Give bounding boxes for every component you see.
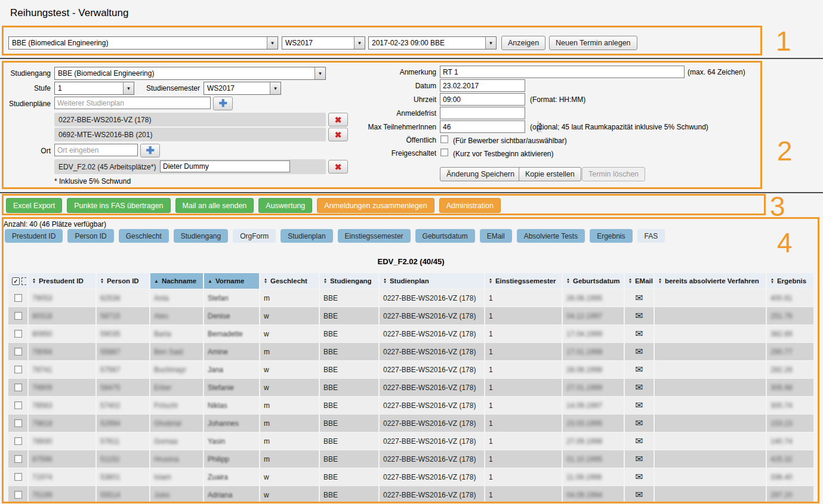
column-chip-geburtsdatum[interactable]: Geburtsdatum: [415, 229, 475, 243]
column-header-email[interactable]: ▲▼EMail: [625, 273, 654, 289]
select-all-icon[interactable]: ✓: [12, 277, 20, 285]
action-button-auswertung[interactable]: Auswertung: [258, 198, 312, 213]
ort-supervisor-input[interactable]: [160, 160, 290, 172]
email-icon[interactable]: ✉: [635, 347, 643, 357]
column-chip-fas[interactable]: FAS: [637, 229, 665, 243]
row-checkbox[interactable]: [14, 419, 22, 427]
add-studienplan-button[interactable]: ✚: [213, 97, 233, 110]
action-button-punkte-ins-fas-bertragen[interactable]: Punkte ins FAS übertragen: [67, 198, 170, 213]
chevron-down-icon[interactable]: ▼: [485, 37, 496, 49]
semester-filter-select[interactable]: WS2017 ▼: [282, 36, 365, 50]
anzeigen-button[interactable]: Anzeigen: [501, 36, 545, 50]
anmerkung-input[interactable]: [440, 66, 685, 78]
row-checkbox[interactable]: [14, 294, 22, 302]
column-chip-person-id[interactable]: Person ID: [67, 229, 113, 243]
action-button-excel-export[interactable]: Excel Export: [6, 198, 62, 213]
row-checkbox[interactable]: [14, 473, 22, 481]
studiengang-select[interactable]: BBE (Biomedical Engineering) ▼: [54, 67, 326, 80]
email-icon[interactable]: ✉: [635, 293, 643, 303]
email-icon[interactable]: ✉: [635, 454, 643, 464]
column-chip-email[interactable]: EMail: [480, 229, 512, 243]
email-icon[interactable]: ✉: [635, 472, 643, 482]
email-icon[interactable]: ✉: [635, 419, 643, 428]
row-checkbox[interactable]: [14, 437, 22, 445]
max-teilnehmer-input[interactable]: [440, 121, 538, 132]
action-button-mail-an-alle-senden[interactable]: Mail an alle senden: [175, 198, 254, 213]
studienplan-add-input[interactable]: [54, 97, 211, 109]
stufe-select[interactable]: 1 ▼: [54, 82, 134, 95]
column-chip-orgform[interactable]: OrgForm: [233, 229, 276, 243]
chevron-down-icon[interactable]: ▼: [123, 82, 134, 94]
chevron-down-icon[interactable]: ▼: [267, 37, 278, 49]
row-checkbox[interactable]: [14, 384, 22, 391]
termin-loeschen-button[interactable]: Termin löschen: [582, 167, 645, 181]
row-checkbox[interactable]: [14, 348, 22, 355]
ort-add-input[interactable]: [54, 144, 138, 156]
row-checkbox[interactable]: [14, 312, 22, 320]
email-icon[interactable]: ✉: [635, 401, 643, 410]
column-header-studienplan[interactable]: ▲▼Studienplan: [380, 273, 484, 289]
column-header-prestudent_id[interactable]: ▲▼Prestudent ID: [29, 273, 95, 289]
kopie-erstellen-button[interactable]: Kopie erstellen: [519, 167, 581, 181]
anmeldefrist-input[interactable]: [440, 107, 525, 119]
row-checkbox[interactable]: [14, 366, 22, 373]
row-checkbox[interactable]: [14, 491, 22, 499]
column-header-vorname[interactable]: ▲Vorname: [204, 273, 259, 289]
column-chip-absolvierte-tests[interactable]: Absolvierte Tests: [517, 229, 585, 243]
deselect-all-icon[interactable]: [21, 277, 27, 285]
column-header-nachname[interactable]: ▲Nachname: [150, 273, 203, 289]
oeffentlich-checkbox[interactable]: [440, 135, 448, 143]
datum-input[interactable]: [440, 79, 525, 92]
termin-filter-select[interactable]: 2017-02-23 09:00 BBE ▼: [368, 36, 497, 50]
chevron-down-icon[interactable]: ▼: [354, 37, 365, 49]
aenderung-speichern-button[interactable]: Änderung Speichern: [440, 167, 521, 181]
column-chip-ergebnis[interactable]: Ergebnis: [590, 229, 632, 243]
studiensemester-select[interactable]: WS2017 ▼: [204, 82, 281, 95]
email-icon[interactable]: ✉: [635, 490, 643, 500]
studiengang-filter-select[interactable]: BBE (Biomedical Engineering) ▼: [8, 36, 278, 50]
email-icon[interactable]: ✉: [635, 437, 643, 446]
column-header-geschlecht[interactable]: ▲▼Geschlecht: [260, 273, 319, 289]
remove-studienplan-button[interactable]: ✖: [328, 128, 348, 141]
remove-studienplan-button[interactable]: ✖: [328, 113, 348, 126]
neuen-termin-anlegen-button[interactable]: Neuen Termin anlegen: [549, 36, 637, 50]
row-checkbox[interactable]: [14, 330, 22, 338]
column-header-person_id[interactable]: ▲▼Person ID: [97, 273, 149, 289]
email-icon[interactable]: ✉: [635, 383, 643, 392]
cell-select: [8, 415, 27, 432]
column-chip-prestudent-id[interactable]: Prestudent ID: [5, 229, 63, 243]
uhrzeit-input[interactable]: [440, 93, 525, 106]
table-row: 7990958475ErberStefaniewBBE0227-BBE-WS20…: [8, 379, 813, 396]
column-header-einstiegssemester[interactable]: ▲▼Einstiegssemester: [485, 273, 562, 289]
column-chip-einstiegssemester[interactable]: Einstiegssemester: [338, 229, 411, 243]
column-header-select[interactable]: ✓: [8, 273, 27, 289]
email-icon[interactable]: ✉: [635, 365, 643, 375]
sort-asc-icon: ▲: [208, 279, 212, 284]
cell-prestudent_id: 79053: [29, 289, 95, 307]
sort-icon: ▲▼: [770, 278, 774, 284]
remove-ort-button[interactable]: ✖: [328, 160, 348, 174]
row-checkbox[interactable]: [14, 455, 22, 463]
column-chip-geschlecht[interactable]: Geschlecht: [119, 229, 169, 243]
add-ort-button[interactable]: ✚: [140, 144, 160, 157]
column-chip-studiengang[interactable]: Studiengang: [174, 229, 228, 243]
action-button-administration[interactable]: Administration: [439, 198, 501, 213]
cell-email: ✉: [625, 432, 654, 450]
reihungstest-verwaltung-page: Reihungstest - Verwaltung BBE (Biomedica…: [0, 0, 823, 504]
freigeschaltet-checkbox[interactable]: [440, 149, 448, 156]
email-icon[interactable]: ✉: [635, 329, 643, 339]
column-header-ergebnis[interactable]: ▲▼Ergebnis: [767, 273, 813, 289]
chevron-down-icon[interactable]: ▼: [315, 67, 325, 79]
column-header-geburtsdatum[interactable]: ▲▼Geburtsdatum: [563, 273, 624, 289]
row-checkbox[interactable]: [14, 401, 22, 409]
column-header-studiengang[interactable]: ▲▼Studiengang: [320, 273, 378, 289]
column-chip-studienplan[interactable]: Studienplan: [281, 229, 332, 243]
cell-email: ✉: [625, 325, 654, 342]
email-icon[interactable]: ✉: [635, 311, 643, 321]
column-header-verfahren[interactable]: ▲▼bereits absolvierte Verfahren: [655, 273, 766, 289]
cell-prestudent_id: 75199: [29, 486, 95, 503]
action-button-anmeldungen-zusammenlegen[interactable]: Anmeldungen zusammenlegen: [317, 198, 434, 213]
anmeldefrist-label: Anmeldefrist: [353, 109, 436, 118]
max-teilnehmer-stepper[interactable]: ▲▼: [440, 120, 525, 133]
chevron-down-icon[interactable]: ▼: [270, 82, 281, 94]
